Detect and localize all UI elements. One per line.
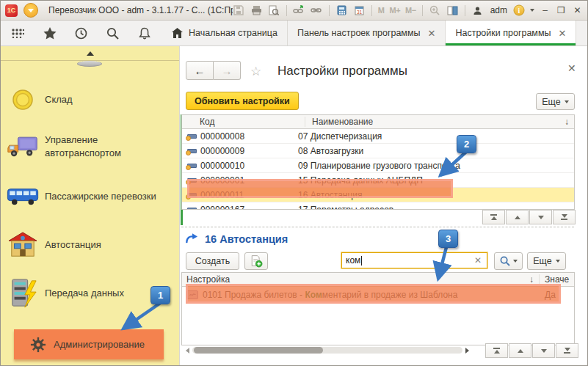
sidebar-item-label: Автостанция <box>45 238 101 252</box>
calculator-icon[interactable] <box>335 4 348 16</box>
calendar-icon[interactable]: 31 <box>353 4 366 16</box>
maximize-button[interactable]: ❒ <box>556 5 567 15</box>
go-next-button[interactable] <box>529 210 552 224</box>
app-window: 1С Перевозчик ООО - adm - 3.1.1.77 - С..… <box>0 0 588 366</box>
sidebar-item-avtostancia[interactable]: Автостанция <box>1 231 179 259</box>
go-prev-button[interactable] <box>506 210 529 224</box>
memory-m-plus-button[interactable]: M+ <box>389 6 400 15</box>
go-first-button[interactable] <box>485 343 508 358</box>
program-settings-form: ← → ☆ Настройки программы ✕ Обновить нас… <box>179 46 587 366</box>
bus-icon <box>1 186 45 208</box>
sidebar-item-sklad[interactable]: Склад <box>1 89 179 111</box>
tab-settings-panel[interactable]: Панель настроек программы ✕ <box>288 21 446 45</box>
sidebar-item-passazhirskie[interactable]: Пассажирские перевозки <box>1 186 179 208</box>
more-button-top[interactable]: Еще <box>536 93 575 110</box>
info-dropdown-caret-icon[interactable] <box>530 9 534 12</box>
sections-sidebar: Склад Управление автотранспортом Пассажи… <box>1 46 179 366</box>
go-first-button[interactable] <box>482 210 505 224</box>
window-title: Перевозчик ООО - adm - 3.1.1.77 - С... (… <box>48 5 233 15</box>
save-icon[interactable] <box>233 4 245 16</box>
search-input[interactable]: ком ✕ <box>341 252 487 268</box>
go-last-button[interactable] <box>553 210 576 224</box>
chevron-down-icon <box>556 260 560 263</box>
table-row[interactable]: 000000010 09 Планирование грузового тран… <box>182 158 574 173</box>
text-cursor <box>361 256 362 266</box>
search-icon[interactable] <box>97 21 128 45</box>
annotation-step-3: 3 <box>438 230 458 248</box>
sort-descending-icon[interactable]: ↓ <box>524 274 539 285</box>
sidebar-item-administrirovanie[interactable]: Администрирование <box>14 329 164 359</box>
sidebar-item-label: Склад <box>45 93 73 106</box>
print-icon[interactable] <box>250 4 263 16</box>
cell-code: 000000008 <box>200 131 244 142</box>
go-link-icon[interactable] <box>311 4 323 16</box>
tab-close-icon[interactable]: ✕ <box>559 28 567 39</box>
table-row[interactable]: 000000167 17 Параметры адресов <box>182 202 574 210</box>
tab-settings-panel-label: Панель настроек программы <box>297 28 421 38</box>
functions-menu-icon[interactable] <box>2 21 34 45</box>
clear-search-icon[interactable]: ✕ <box>469 255 487 266</box>
close-window-button[interactable]: ✕ <box>572 5 583 15</box>
notifications-bell-icon[interactable] <box>128 21 160 45</box>
groups-table-header[interactable]: Код Наименование ↓ <box>182 115 574 129</box>
go-next-button[interactable] <box>532 343 555 358</box>
zoom-icon[interactable] <box>429 4 441 16</box>
minimize-button[interactable]: – <box>540 5 551 15</box>
get-link-icon[interactable] <box>293 4 305 16</box>
more-button-label: Еще <box>542 97 560 107</box>
scrollbar-track[interactable] <box>192 347 462 354</box>
favorites-icon[interactable] <box>34 21 65 45</box>
scroll-right-icon[interactable] <box>465 348 469 354</box>
memory-m-button[interactable]: M <box>378 6 385 15</box>
search-button[interactable] <box>494 252 523 270</box>
svg-text:31: 31 <box>357 10 363 15</box>
column-setting[interactable]: Настройка <box>182 274 524 285</box>
create-button[interactable]: Создать <box>186 252 239 270</box>
go-prev-button[interactable] <box>509 343 531 358</box>
catalog-item-icon <box>186 162 196 169</box>
history-icon[interactable] <box>65 21 97 45</box>
copy-item-button[interactable] <box>244 252 268 270</box>
sidebar-collapse-button[interactable] <box>1 46 179 61</box>
split-view-icon[interactable] <box>446 4 459 16</box>
go-last-button[interactable] <box>556 343 578 358</box>
scroll-left-icon[interactable] <box>186 348 189 354</box>
form-title: Настройки программы <box>277 64 407 78</box>
memory-m-minus-button[interactable]: M− <box>405 6 416 15</box>
sidebar-item-avtotransport[interactable]: Управление автотранспортом <box>1 133 179 161</box>
column-value[interactable]: Значе <box>539 274 574 285</box>
table-row[interactable]: 000000008 07 Диспетчеризация <box>182 129 574 144</box>
column-code[interactable]: Код <box>182 117 305 127</box>
print-preview-icon[interactable] <box>268 4 280 16</box>
search-value: ком <box>342 255 360 266</box>
data-server-icon <box>1 278 45 309</box>
more-button-bottom[interactable]: Еще <box>527 252 566 270</box>
cell-name: 07 Диспетчеризация <box>291 131 574 142</box>
catalog-item-icon <box>186 147 196 155</box>
forward-button[interactable]: → <box>214 61 241 80</box>
tab-home[interactable]: Начальная страница <box>162 21 288 45</box>
back-button[interactable]: ← <box>186 61 214 80</box>
sidebar-item-label: Передача данных <box>45 287 124 300</box>
table-row[interactable]: 000000009 08 Автозагрузки <box>182 144 574 158</box>
cell-code: 000000009 <box>200 146 244 156</box>
new-document-icon <box>250 255 263 268</box>
home-icon <box>172 28 183 38</box>
annotation-step-2: 2 <box>457 135 476 153</box>
sort-descending-icon[interactable]: ↓ <box>559 117 574 127</box>
column-name[interactable]: Наименование <box>305 117 559 127</box>
section-arrow-icon <box>184 233 198 245</box>
current-user-label: adm <box>490 5 507 15</box>
tab-program-settings[interactable]: Настройки программы ✕ <box>446 21 576 45</box>
scrollbar-thumb[interactable] <box>194 347 323 354</box>
form-close-icon[interactable]: ✕ <box>567 62 576 74</box>
update-settings-button[interactable]: Обновить настройки <box>186 92 299 110</box>
info-icon[interactable]: i <box>512 4 525 16</box>
svg-text:i: i <box>518 7 520 15</box>
favorite-star-icon[interactable]: ☆ <box>250 64 261 79</box>
main-menu-button[interactable] <box>23 3 38 18</box>
settings-table[interactable]: Настройка ↓ Значе 0101 Продажа билетов -… <box>181 272 575 345</box>
tab-close-icon[interactable]: ✕ <box>428 28 436 39</box>
chevron-down-icon <box>513 260 518 263</box>
horizontal-scrollbar[interactable] <box>186 347 469 354</box>
